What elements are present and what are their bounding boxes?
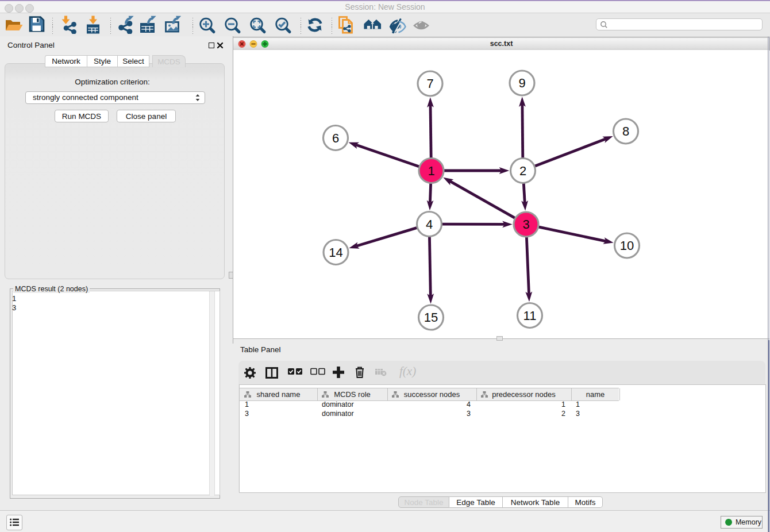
svg-text:4: 4: [426, 217, 433, 232]
svg-text:14: 14: [329, 245, 342, 260]
svg-text:11: 11: [523, 309, 537, 323]
svg-text:1: 1: [428, 164, 434, 178]
svg-text:15: 15: [424, 310, 438, 325]
svg-text:9: 9: [518, 76, 525, 90]
svg-text:10: 10: [620, 238, 634, 253]
svg-text:7: 7: [426, 76, 433, 91]
svg-text:6: 6: [332, 131, 339, 145]
svg-text:2: 2: [519, 164, 526, 178]
svg-text:8: 8: [622, 124, 629, 138]
svg-text:3: 3: [522, 217, 529, 232]
